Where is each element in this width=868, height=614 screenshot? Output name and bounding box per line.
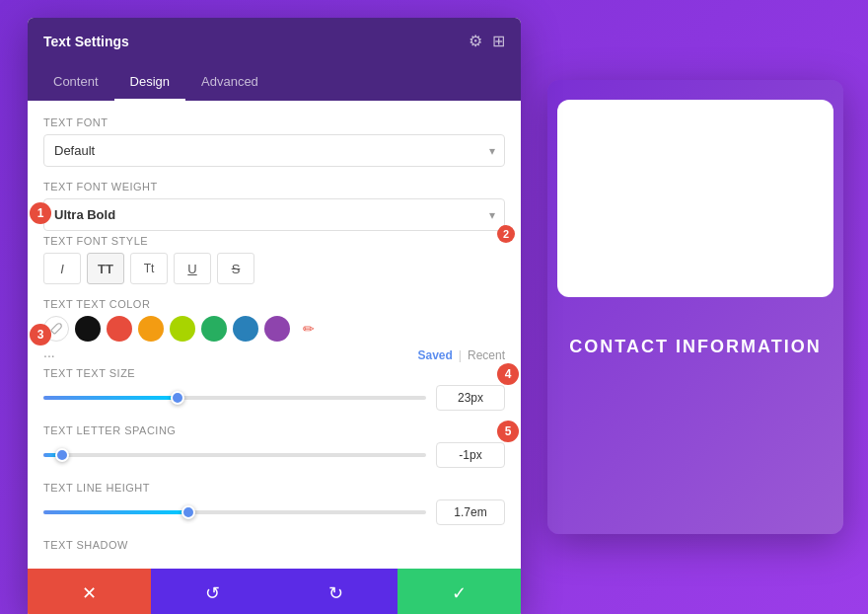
badge-2: 2 (497, 225, 515, 243)
text-font-wrapper: Default ▾ (43, 134, 505, 167)
letter-spacing-thumb[interactable] (55, 448, 69, 462)
redo-button[interactable]: ↻ (274, 569, 398, 614)
letter-spacing-label: Text Letter Spacing (43, 424, 505, 436)
undo-icon: ↺ (205, 582, 220, 604)
confirm-icon: ✓ (452, 582, 467, 604)
letter-spacing-input[interactable] (436, 442, 505, 468)
text-size-fill (43, 396, 178, 400)
capitalize-btn[interactable]: Tt (130, 253, 168, 284)
line-height-fill (43, 510, 188, 514)
color-red[interactable] (107, 316, 132, 342)
color-tab-recent[interactable]: Recent (468, 348, 505, 362)
text-shadow-label: Text Shadow (43, 539, 505, 551)
color-dots: ··· (43, 347, 55, 363)
preview-card: CONTACT INFORMATION (547, 80, 843, 534)
cancel-button[interactable]: ✕ (28, 569, 151, 614)
color-green[interactable] (201, 316, 227, 342)
undo-button[interactable]: ↺ (151, 569, 274, 614)
panel-header: Text Settings ⚙ ⊞ (28, 18, 521, 64)
bold-btn[interactable]: TT 2 (87, 253, 124, 284)
color-orange[interactable] (138, 316, 164, 342)
tab-content[interactable]: Content (37, 64, 114, 101)
color-pencil-icon[interactable]: ✏ (296, 316, 322, 342)
line-height-label: Text Line Height (43, 482, 505, 494)
letter-spacing-track[interactable] (43, 453, 426, 457)
redo-icon: ↻ (328, 582, 343, 604)
text-size-thumb[interactable] (171, 391, 184, 405)
text-font-label: Text Font (43, 116, 505, 128)
font-style-buttons: I TT 2 Tt U S (43, 253, 505, 284)
color-yellow-green[interactable] (170, 316, 195, 342)
text-size-label: Text Text Size (43, 367, 505, 379)
letter-spacing-slider-row: 5 (43, 442, 505, 468)
panel-body: Text Font Default ▾ 1 Text Font Weight U… (28, 101, 521, 561)
panel-tabs: Content Design Advanced (28, 64, 521, 101)
color-blue[interactable] (233, 316, 258, 342)
strikethrough-btn[interactable]: S (217, 253, 254, 284)
cancel-icon: ✕ (82, 582, 97, 604)
text-size-input[interactable] (436, 385, 505, 411)
line-height-input[interactable] (436, 499, 505, 525)
color-purple[interactable] (264, 316, 290, 342)
panel-title: Text Settings (43, 34, 129, 49)
text-settings-panel: Text Settings ⚙ ⊞ Content Design Advance… (28, 18, 521, 614)
panel-header-icons: ⚙ ⊞ (469, 32, 505, 50)
tab-advanced[interactable]: Advanced (185, 64, 274, 101)
color-black[interactable] (75, 316, 101, 342)
badge-5: 5 (497, 421, 519, 442)
line-height-thumb[interactable] (181, 505, 195, 519)
line-height-track[interactable] (43, 510, 426, 514)
badge-1: 1 (30, 202, 51, 224)
text-font-weight-label: Text Font Weight (43, 181, 505, 192)
expand-icon[interactable]: ⊞ (492, 32, 505, 50)
italic-btn[interactable]: I (43, 253, 81, 284)
text-size-slider-row: 4 (43, 385, 505, 411)
tab-design[interactable]: Design (114, 64, 185, 101)
text-size-track[interactable] (43, 396, 426, 400)
preview-title: CONTACT INFORMATION (547, 337, 843, 357)
settings-icon[interactable]: ⚙ (469, 32, 482, 50)
confirm-button[interactable]: ✓ (398, 569, 521, 614)
badge-4: 4 (497, 363, 519, 385)
line-height-slider-row (43, 499, 505, 525)
preview-card-white-overlay (557, 100, 833, 297)
text-font-weight-select[interactable]: Ultra Bold Thin Light Regular Medium Sem… (43, 198, 505, 231)
color-picker-row: ✏ (43, 316, 505, 342)
color-tab-saved[interactable]: Saved (417, 348, 452, 362)
text-color-label: Text Text Color (43, 298, 505, 310)
text-font-select[interactable]: Default (43, 134, 505, 167)
underline-btn[interactable]: U (174, 253, 211, 284)
panel-toolbar: ✕ ↺ ↻ ✓ (28, 569, 521, 614)
badge-3: 3 (30, 324, 51, 345)
text-font-weight-wrapper: Ultra Bold Thin Light Regular Medium Sem… (43, 198, 505, 231)
text-font-style-label: Text Font Style (43, 235, 505, 247)
preview-area: CONTACT INFORMATION (523, 0, 868, 614)
